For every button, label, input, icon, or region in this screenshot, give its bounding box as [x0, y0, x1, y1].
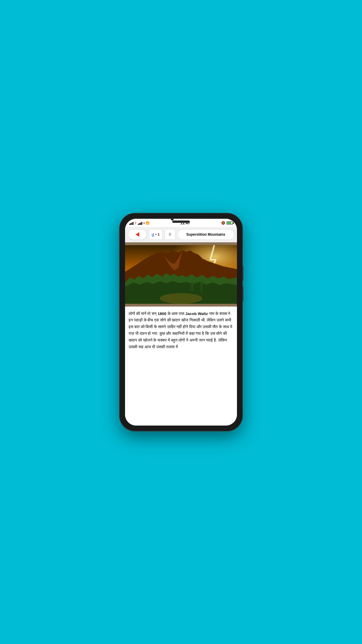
svg-rect-5 [200, 284, 203, 285]
gplus-g-letter: g [152, 232, 154, 237]
status-bar: T ⧄ 📶 11:47 🔕 [125, 219, 237, 227]
count-box: 0 [165, 229, 175, 240]
toolbar: g + 1 0 Superstition Mountains [125, 227, 237, 242]
back-button[interactable] [128, 229, 147, 240]
gplus-button[interactable]: g + 1 [149, 229, 162, 240]
signal-bar-2 [130, 223, 131, 225]
signal-bar-4 [133, 222, 133, 225]
gplus-plus-sign: + [155, 232, 157, 237]
svg-rect-3 [190, 285, 194, 286]
gplus-one-label: 1 [158, 232, 160, 237]
signal-bar2-1 [138, 224, 139, 225]
title-button[interactable]: Superstition Mountains [178, 229, 234, 240]
roaming-icon: ⧄ [143, 221, 145, 225]
back-arrow-icon [136, 232, 139, 237]
content-area: लोगों की मानें तो सन् 1800 के आस पास Jac… [125, 307, 237, 426]
status-left: T ⧄ 📶 [129, 221, 149, 225]
signal-bars [129, 221, 133, 225]
camera [171, 218, 174, 220]
signal-bars-2 [138, 221, 142, 225]
battery-fill [227, 222, 231, 224]
status-time: 11:47 [180, 221, 190, 225]
svg-rect-2 [192, 282, 193, 291]
power-button [242, 266, 243, 281]
signal-bar2-3 [140, 223, 141, 225]
signal-bar2-2 [139, 223, 140, 225]
volume-button [242, 286, 243, 301]
svg-rect-4 [201, 281, 202, 292]
hero-image [125, 242, 237, 307]
phone-frame: T ⧄ 📶 11:47 🔕 [120, 214, 242, 431]
svg-point-6 [160, 293, 202, 304]
count-value: 0 [169, 232, 171, 237]
year-highlight: 1800 [158, 312, 166, 316]
status-right: 🔕 [221, 221, 233, 225]
fade-overlay [125, 411, 237, 426]
landscape-svg [125, 242, 237, 307]
signal-bar-3 [131, 223, 132, 225]
battery-icon [226, 221, 233, 225]
page-title: Superstition Mountains [186, 232, 225, 237]
name-highlight: Jacob Waltz [185, 312, 208, 316]
article-text: लोगों की मानें तो सन् 1800 के आस पास Jac… [129, 311, 233, 351]
screen: T ⧄ 📶 11:47 🔕 [125, 219, 237, 426]
mute-icon: 🔕 [221, 221, 225, 225]
signal-bar2-4 [141, 222, 142, 225]
wifi-icon: 📶 [146, 221, 149, 225]
carrier-logo: T [135, 221, 137, 225]
signal-bar-1 [129, 224, 130, 225]
